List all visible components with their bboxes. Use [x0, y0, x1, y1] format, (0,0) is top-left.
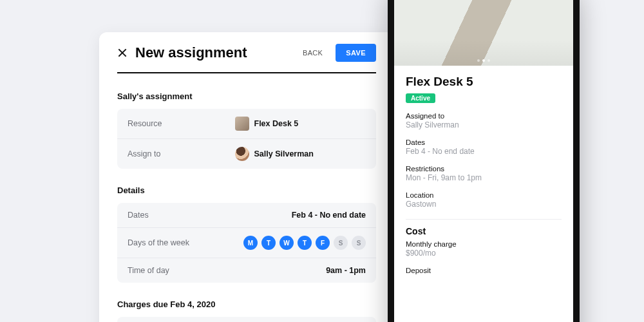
day-toggle[interactable]: F — [316, 236, 330, 250]
status-badge: Active — [406, 93, 435, 103]
day-toggle[interactable]: W — [279, 236, 294, 250]
assign-to-value: Sally Silverman — [254, 149, 314, 158]
monthly-field: Monthly charge $900/mo — [406, 240, 562, 258]
restrictions-field: Restrictions Mon - Fri, 9am to 1pm — [406, 165, 562, 182]
day-toggle[interactable]: S — [334, 236, 348, 250]
location-field: Location Gastown — [406, 191, 562, 209]
dates-field: Dates Feb 4 - No end date — [406, 138, 562, 156]
days-label: Days of the week — [128, 238, 243, 247]
details-panel: Dates Feb 4 - No end date Days of the we… — [117, 203, 376, 283]
day-toggle[interactable]: T — [298, 236, 312, 250]
restrictions-value: Mon - Fri, 9am to 1pm — [406, 173, 562, 182]
dates-value: Feb 4 - No end date — [292, 211, 366, 220]
assign-to-label: Assign to — [128, 149, 235, 158]
page-title: New assignment — [135, 44, 296, 61]
location-value: Gastown — [406, 200, 562, 209]
days-of-week: MTWTFSS — [243, 236, 366, 250]
resource-title: Flex Desk 5 — [406, 75, 562, 89]
phone-dates-label: Dates — [406, 138, 562, 146]
monthly-label: Monthly charge — [406, 240, 562, 248]
time-row[interactable]: Time of day 9am - 1pm — [117, 258, 376, 283]
time-value: 9am - 1pm — [326, 266, 366, 275]
time-label: Time of day — [128, 266, 326, 275]
dates-label: Dates — [128, 211, 292, 220]
assigned-field: Assigned to Sally Silverman — [406, 112, 562, 129]
hero-image — [394, 0, 573, 66]
divider — [117, 72, 376, 73]
charge-row: Payment for Flex Desk 5 - Feb 4, 2020 to… — [117, 317, 376, 322]
deposit-label: Deposit — [406, 267, 562, 274]
divider — [406, 219, 562, 220]
close-icon[interactable] — [117, 48, 128, 58]
assign-to-row[interactable]: Assign to Sally Silverman — [117, 138, 376, 169]
resource-label: Resource — [128, 119, 235, 128]
monthly-value: $900/mo — [406, 249, 562, 258]
desk-thumbnail-icon — [235, 117, 249, 131]
restrictions-label: Restrictions — [406, 165, 562, 173]
day-toggle[interactable]: S — [352, 236, 366, 250]
assigned-label: Assigned to — [406, 112, 562, 120]
assigned-value: Sally Silverman — [406, 120, 562, 129]
section-assignment-title: Sally's assignment — [117, 91, 376, 101]
assignment-card: New assignment BACK SAVE Sally's assignm… — [99, 32, 394, 322]
location-label: Location — [406, 191, 562, 199]
resource-value: Flex Desk 5 — [254, 119, 299, 128]
days-row[interactable]: Days of the week MTWTFSS — [117, 227, 376, 258]
phone-frame: Flex Desk 5 Active Assigned to Sally Sil… — [388, 0, 580, 322]
day-toggle[interactable]: M — [243, 236, 258, 250]
deposit-field: Deposit — [406, 267, 562, 274]
day-toggle[interactable]: T — [261, 236, 276, 250]
charges-panel: Payment for Flex Desk 5 - Feb 4, 2020 to… — [117, 317, 376, 322]
resource-row[interactable]: Resource Flex Desk 5 — [117, 109, 376, 138]
dates-row[interactable]: Dates Feb 4 - No end date — [117, 203, 376, 227]
section-details-title: Details — [117, 185, 376, 195]
assignment-panel: Resource Flex Desk 5 Assign to Sally Sil… — [117, 109, 376, 169]
card-header: New assignment BACK SAVE — [117, 32, 376, 72]
avatar-icon — [235, 147, 249, 161]
cost-title: Cost — [406, 226, 562, 236]
carousel-dots[interactable] — [477, 59, 490, 62]
save-button[interactable]: SAVE — [336, 44, 376, 62]
back-button[interactable]: BACK — [296, 45, 329, 61]
phone-dates-value: Feb 4 - No end date — [406, 147, 562, 156]
phone-screen: Flex Desk 5 Active Assigned to Sally Sil… — [394, 0, 573, 322]
section-charges-title: Charges due Feb 4, 2020 — [117, 299, 376, 309]
